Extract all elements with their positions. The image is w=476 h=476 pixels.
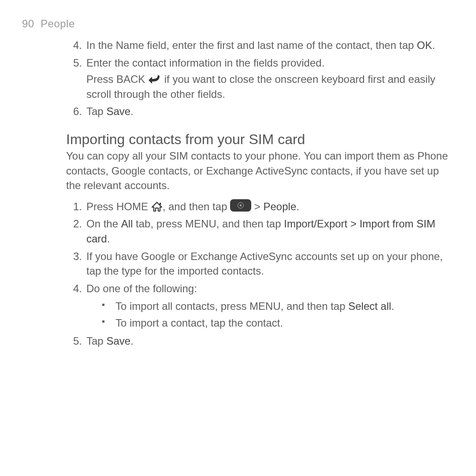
bullet-dot-icon (102, 304, 104, 306)
step-text-tail: . (130, 335, 134, 347)
step-number: 3. (66, 249, 82, 264)
save-label: Save (106, 335, 130, 347)
bullet-item: To import a contact, tap the contact. (102, 315, 450, 331)
import-steps: 1. Press HOME , and then tap > People. 2… (66, 199, 450, 349)
step-text: , and then tap (163, 201, 230, 212)
import-step-3: 3. If you have Google or Exchange Active… (66, 249, 450, 279)
step-6: 6. Tap Save. (66, 104, 450, 119)
step-text: Enter the contact information in the fie… (86, 57, 324, 69)
ok-label: OK (417, 39, 432, 51)
step-text: Press HOME (86, 201, 151, 212)
step-text: tab, press MENU, and then tap (133, 218, 284, 230)
step-text: Do one of the following: (86, 283, 197, 294)
bullet-item: To import all contacts, press MENU, and … (102, 298, 450, 314)
step-number: 5. (66, 56, 82, 71)
step-text: Tap (86, 105, 106, 117)
page-number: 90 (22, 18, 34, 30)
bullet-list: To import all contacts, press MENU, and … (86, 298, 450, 331)
bullet-text-tail: . (391, 300, 394, 312)
step-text: Tap (86, 335, 106, 347)
page-header: 90 People (22, 18, 454, 30)
import-step-2: 2. On the All tab, press MENU, and then … (66, 216, 450, 246)
step-text-tail: . (296, 201, 299, 212)
step-number: 5. (66, 334, 82, 349)
step-subtext: Press BACK if you want to close the onsc… (86, 72, 450, 101)
bullet-dot-icon (102, 320, 104, 323)
select-all-label: Select all (348, 300, 391, 312)
step-number: 1. (66, 199, 82, 214)
page-content: 4. In the Name field, enter the first an… (22, 38, 454, 349)
svg-rect-0 (160, 203, 161, 205)
step-text: On the (86, 218, 121, 230)
step-number: 4. (66, 281, 82, 296)
step-text: If you have Google or Exchange ActiveSyn… (86, 250, 443, 277)
step-number: 4. (66, 38, 82, 53)
import-step-4: 4. Do one of the following: To import al… (66, 281, 450, 331)
step-number: 2. (66, 216, 82, 231)
step-text-tail: . (107, 233, 110, 245)
all-tab-label: All (121, 218, 133, 230)
step-5: 5. Enter the contact information in the … (66, 56, 450, 102)
continued-steps: 4. In the Name field, enter the first an… (66, 38, 450, 119)
step-text: In the Name field, enter the first and l… (86, 39, 417, 51)
apps-button-icon (230, 199, 251, 212)
step-text-tail: . (432, 39, 435, 51)
section-intro: You can copy all your SIM contacts to yo… (66, 149, 450, 193)
home-icon (151, 201, 163, 212)
bullet-text: To import all contacts, press MENU, and … (115, 300, 348, 312)
sub-before: Press BACK (86, 73, 148, 85)
back-arrow-icon (148, 74, 161, 85)
people-label: People (264, 201, 297, 212)
step-text: > (254, 201, 264, 212)
step-text-tail: . (130, 105, 134, 117)
import-step-1: 1. Press HOME , and then tap > People. (66, 199, 450, 214)
import-step-5: 5. Tap Save. (66, 334, 450, 349)
step-4: 4. In the Name field, enter the first an… (66, 38, 450, 53)
document-page: 90 People 4. In the Name field, enter th… (0, 0, 476, 369)
section-heading: Importing contacts from your SIM card (66, 131, 450, 148)
bullet-text: To import a contact, tap the contact. (115, 317, 283, 329)
section-name: People (41, 18, 75, 30)
save-label: Save (106, 105, 130, 117)
step-number: 6. (66, 104, 82, 119)
